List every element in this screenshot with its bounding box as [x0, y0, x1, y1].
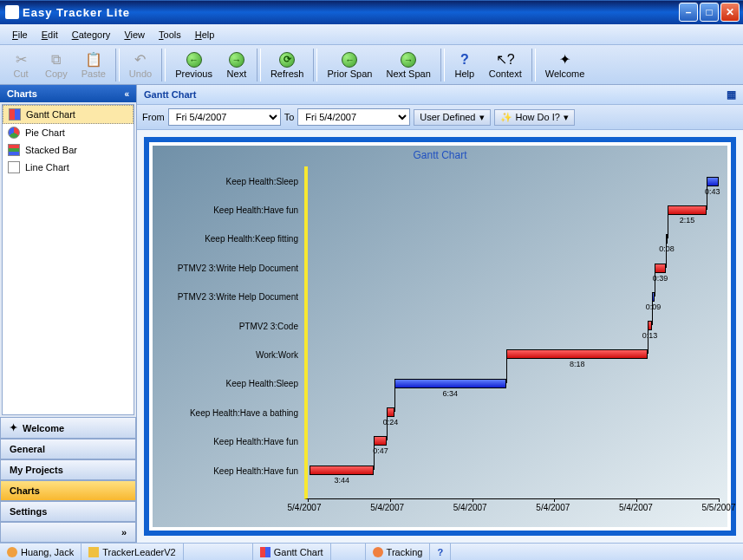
duration-label: 2:15	[680, 216, 695, 225]
paste-button[interactable]: 📋Paste	[75, 49, 113, 81]
gantt-bar[interactable]	[707, 177, 719, 186]
help-icon: ?	[437, 547, 443, 557]
status-user[interactable]: Huang, Jack	[0, 544, 81, 560]
menu-view[interactable]: View	[117, 28, 152, 42]
gantt-bar[interactable]	[374, 436, 387, 446]
priorspan-button[interactable]: ←Prior Span	[320, 49, 379, 81]
gantt-bar[interactable]	[394, 379, 506, 388]
pie-icon	[8, 127, 20, 139]
nav-more[interactable]: »	[0, 522, 136, 543]
filter-bar: From Fri 5/4/2007 To Fri 5/4/2007 User D…	[137, 105, 743, 130]
x-tick-label: 5/4/2007	[453, 503, 487, 512]
chart-item-line[interactable]: Line Chart	[3, 159, 134, 176]
status-bar: Huang, Jack TrackerLeaderV2 Gantt Chart …	[0, 543, 743, 560]
app-icon	[5, 5, 19, 19]
arrow-right-icon: →	[229, 52, 244, 68]
close-button[interactable]: ✕	[720, 3, 740, 22]
folder-icon	[88, 547, 99, 557]
nav-settings[interactable]: Settings	[0, 501, 136, 522]
clock-icon	[373, 547, 383, 557]
x-tick-label: 5/4/2007	[370, 503, 404, 512]
duration-label: 0:08	[659, 244, 675, 253]
gantt-bar[interactable]	[668, 205, 707, 215]
next-button[interactable]: →Next	[219, 49, 254, 81]
duration-label: 0:09	[646, 303, 662, 311]
cut-button[interactable]: ✂Cut	[3, 49, 38, 81]
duration-label: 6:34	[442, 389, 458, 398]
nav-welcome[interactable]: ✦Welcome	[0, 417, 136, 439]
menu-edit[interactable]: Edit	[35, 28, 65, 42]
nav-charts[interactable]: Charts	[0, 480, 136, 501]
menu-help[interactable]: Help	[188, 28, 222, 42]
chart-container: Gantt Chart Keep Health:SleepKeep Health…	[137, 130, 743, 543]
sidebar: Charts « Gantt Chart Pie Chart Stacked B…	[0, 85, 137, 543]
task-label: PTMV2 3:Code	[239, 321, 298, 330]
x-tick-label: 5/5/2007	[702, 503, 736, 512]
chart-item-pie[interactable]: Pie Chart	[3, 124, 134, 141]
window-title: Easy Tracker Lite	[23, 6, 679, 19]
copy-button[interactable]: ⧉Copy	[38, 49, 75, 81]
line-icon	[8, 161, 20, 173]
chart-item-stacked[interactable]: Stacked Bar	[3, 141, 134, 159]
sparkle-icon: ✦	[557, 51, 574, 68]
from-label: From	[142, 112, 165, 122]
gantt-icon	[9, 108, 21, 120]
welcome-button[interactable]: ✦Welcome	[538, 49, 592, 81]
pointer-help-icon: ↖?	[497, 51, 514, 68]
page-title: Gantt Chart	[144, 89, 197, 100]
task-label: Keep Health:Have fun	[213, 205, 298, 215]
task-label: Keep Health:Keep fitting	[205, 234, 298, 244]
help-button[interactable]: ?Help	[447, 49, 482, 81]
status-tracking[interactable]: Tracking	[366, 544, 431, 560]
arrow-right-icon: →	[401, 52, 416, 68]
x-tick-label: 5/4/2007	[619, 503, 653, 512]
duration-label: 0:13	[642, 331, 658, 340]
status-project[interactable]: TrackerLeaderV2	[81, 544, 184, 560]
gantt-bar[interactable]	[506, 349, 648, 359]
task-label: Keep Health:Have a bathing	[190, 407, 298, 417]
chevron-down-icon: ▾	[564, 112, 569, 123]
menu-category[interactable]: Category	[65, 28, 118, 42]
duration-label: 3:44	[335, 476, 350, 485]
howdoi-dropdown[interactable]: ✨How Do I?▾	[494, 109, 575, 126]
nav-myprojects[interactable]: My Projects	[0, 459, 136, 480]
arrow-left-icon: ←	[186, 52, 202, 68]
userdefined-dropdown[interactable]: User Defined▾	[414, 109, 490, 126]
refresh-button[interactable]: ⟳Refresh	[264, 49, 311, 81]
collapse-icon[interactable]: «	[124, 89, 129, 99]
duration-label: 8:18	[570, 360, 585, 368]
gantt-bar[interactable]	[310, 466, 374, 475]
refresh-icon: ⟳	[279, 52, 295, 68]
task-label: PTMV2 3:Write Help Document	[178, 292, 298, 302]
status-help[interactable]: ?	[430, 544, 451, 560]
toolbar: ✂Cut ⧉Copy 📋Paste ↶Undo ←Previous →Next …	[0, 45, 743, 85]
minimize-button[interactable]: –	[679, 3, 698, 22]
gantt-bar[interactable]	[387, 407, 394, 417]
chart-options-icon[interactable]: ▦	[727, 88, 736, 101]
sidebar-nav: ✦Welcome General My Projects Charts Sett…	[0, 417, 136, 543]
to-date[interactable]: Fri 5/4/2007	[297, 108, 410, 126]
previous-button[interactable]: ←Previous	[168, 49, 219, 81]
status-view[interactable]: Gantt Chart	[253, 544, 331, 560]
to-label: To	[284, 112, 295, 122]
nextspan-button[interactable]: →Next Span	[379, 49, 437, 81]
stackedbar-icon	[8, 144, 20, 156]
gantt-bar[interactable]	[655, 264, 666, 273]
menu-bar: File Edit Category View Tools Help	[0, 24, 743, 45]
undo-button[interactable]: ↶Undo	[122, 49, 159, 81]
nav-general[interactable]: General	[0, 439, 136, 459]
sidebar-header: Charts «	[0, 85, 136, 102]
x-tick-label: 5/4/2007	[288, 503, 322, 512]
content-area: Gantt Chart ▦ From Fri 5/4/2007 To Fri 5…	[137, 85, 743, 543]
chart-list: Gantt Chart Pie Chart Stacked Bar Line C…	[2, 104, 134, 415]
maximize-button[interactable]: □	[700, 3, 719, 22]
chevron-down-icon: ▾	[479, 112, 485, 123]
task-label: PTMV2 3:Write Help Document	[178, 263, 298, 272]
task-label: Keep Health:Sleep	[226, 176, 298, 186]
context-button[interactable]: ↖?Context	[482, 49, 529, 81]
task-label: Work:Work	[256, 350, 298, 360]
from-date[interactable]: Fri 5/4/2007	[168, 108, 281, 126]
menu-file[interactable]: File	[5, 28, 35, 42]
chart-item-gantt[interactable]: Gantt Chart	[3, 105, 134, 124]
menu-tools[interactable]: Tools	[152, 28, 188, 42]
